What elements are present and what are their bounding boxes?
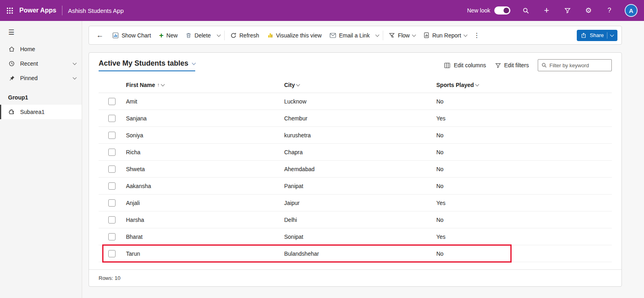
column-header-sports-played[interactable]: Sports Played (436, 82, 612, 88)
sidebar-toggle-icon[interactable]: ☰ (3, 24, 19, 40)
table-row[interactable]: Sanjana Chembur Yes (99, 110, 612, 127)
settings-gear-icon[interactable]: ⚙ (583, 5, 594, 16)
chevron-down-icon (463, 33, 467, 37)
share-button[interactable]: Share (577, 30, 617, 41)
bar-chart-icon (267, 32, 273, 38)
run-report-button[interactable]: Run Report (419, 29, 471, 42)
app-launcher-icon[interactable] (0, 0, 19, 21)
table-row-highlighted[interactable]: Tarun Bulandshehar No (99, 245, 612, 262)
rows-count: Rows: 10 (89, 269, 621, 286)
table-row[interactable]: Shweta Ahemdabad No (99, 161, 612, 178)
email-split-chevron[interactable] (374, 29, 381, 42)
help-icon[interactable]: ? (604, 5, 615, 16)
sort-ascending-icon: ↑ (157, 82, 159, 88)
view-selector[interactable]: Active My Students tables (99, 59, 195, 71)
chevron-down-icon (475, 82, 479, 86)
chevron-down-icon (412, 33, 416, 37)
plus-icon: + (159, 31, 163, 39)
table-row[interactable]: Soniya kurushetra No (99, 127, 612, 144)
chart-icon (112, 32, 119, 39)
flow-button[interactable]: Flow (385, 29, 419, 42)
edit-filters-button[interactable]: Edit filters (495, 62, 529, 68)
powerapps-brand[interactable]: Power Apps (19, 7, 56, 14)
sidebar: ☰ Home Recent Pinned Group1 (0, 21, 82, 298)
sidebar-item-label: Home (20, 46, 35, 52)
chevron-down-icon (73, 61, 77, 65)
visualize-view-button[interactable]: Visualize this view (263, 29, 326, 42)
row-checkbox[interactable] (108, 115, 116, 122)
view-card: Active My Students tables Edit columns (89, 52, 622, 287)
refresh-button[interactable]: Refresh (226, 29, 263, 42)
keyword-filter-box (538, 59, 612, 71)
topbar-divider (62, 6, 62, 15)
sidebar-item-label: Recent (20, 60, 38, 67)
row-checkbox[interactable] (108, 166, 116, 173)
row-checkbox[interactable] (108, 250, 116, 257)
button-divider (607, 32, 607, 39)
new-look-toggle[interactable] (494, 6, 510, 14)
sidebar-item-label: Pinned (20, 75, 38, 81)
search-icon[interactable] (520, 5, 531, 16)
chevron-down-icon (192, 61, 196, 65)
new-button[interactable]: + New (155, 29, 182, 42)
show-chart-button[interactable]: Show Chart (108, 29, 155, 42)
table-row[interactable]: Anjali Jaipur Yes (99, 195, 612, 211)
table-row[interactable]: Bharat Sonipat Yes (99, 228, 612, 245)
back-button[interactable]: ← (93, 29, 107, 42)
table-row[interactable]: Richa Chapra No (99, 144, 612, 161)
view-title: Active My Students tables (99, 59, 188, 68)
keyword-filter-input[interactable] (549, 62, 608, 68)
delete-split-chevron[interactable] (215, 29, 223, 42)
refresh-icon (230, 32, 237, 39)
row-checkbox[interactable] (108, 132, 116, 139)
row-checkbox[interactable] (108, 182, 116, 190)
clock-icon (8, 60, 15, 67)
sidebar-item-subarea1[interactable]: Subarea1 (0, 105, 82, 119)
mail-icon (330, 33, 336, 38)
pin-icon (8, 75, 15, 81)
report-icon (423, 32, 429, 38)
records-table: First Name ↑ City Sports Played Amit Luc… (99, 77, 612, 262)
command-divider (383, 31, 383, 40)
sidebar-item-recent[interactable]: Recent (0, 56, 82, 71)
command-divider (224, 31, 225, 40)
chevron-down-icon (73, 76, 77, 80)
email-link-button[interactable]: Email a Link (326, 29, 374, 42)
trash-icon (186, 32, 192, 39)
column-header-first-name[interactable]: First Name ↑ (126, 82, 284, 88)
sidebar-item-pinned[interactable]: Pinned (0, 71, 82, 85)
command-bar: ← Show Chart + New (89, 26, 622, 45)
avatar[interactable]: A (625, 4, 638, 17)
more-commands-button[interactable]: ⋮ (471, 29, 483, 42)
top-app-bar: Power Apps Ashish Students App New look … (0, 0, 644, 21)
add-icon[interactable]: + (541, 5, 552, 16)
funnel-icon (495, 62, 501, 68)
edit-columns-button[interactable]: Edit columns (444, 62, 486, 68)
table-row[interactable]: Aakansha Panipat No (99, 178, 612, 195)
app-name[interactable]: Ashish Students App (68, 7, 124, 14)
new-look-label: New look (467, 7, 490, 14)
row-checkbox[interactable] (108, 216, 116, 224)
sidebar-group-label: Group1 (0, 85, 82, 105)
main-content: ← Show Chart + New (82, 21, 644, 298)
table-header-row: First Name ↑ City Sports Played (99, 77, 612, 93)
home-icon (8, 46, 15, 52)
subarea-icon (8, 109, 15, 115)
row-checkbox[interactable] (108, 233, 116, 240)
table-row[interactable]: Harsha Delhi No (99, 211, 612, 228)
chevron-down-icon (296, 82, 300, 86)
filter-icon[interactable] (562, 5, 573, 16)
sidebar-item-label: Subarea1 (20, 109, 45, 115)
search-icon (541, 62, 547, 68)
column-header-city[interactable]: City (284, 82, 436, 88)
delete-button[interactable]: Delete (182, 29, 215, 42)
row-checkbox[interactable] (108, 149, 116, 156)
row-checkbox[interactable] (108, 98, 116, 105)
sidebar-item-home[interactable]: Home (0, 42, 82, 56)
row-checkbox[interactable] (108, 199, 116, 207)
table-row[interactable]: Amit Lucknow No (99, 93, 612, 110)
columns-icon (444, 62, 450, 68)
chevron-down-icon (610, 33, 614, 37)
share-icon (581, 33, 586, 38)
chevron-down-icon (161, 82, 165, 86)
